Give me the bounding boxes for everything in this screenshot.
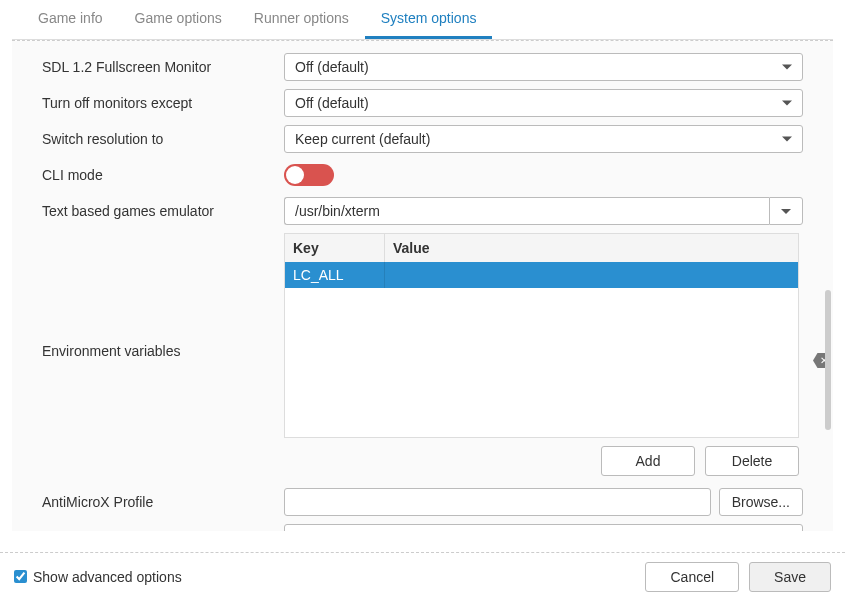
add-button[interactable]: Add [601,446,695,476]
label-env-vars: Environment variables [42,233,284,359]
tab-game-options[interactable]: Game options [119,0,238,39]
env-header-value[interactable]: Value [385,234,798,262]
switch-res-dropdown[interactable]: Keep current (default) [284,125,803,153]
cli-mode-toggle[interactable] [284,164,334,186]
env-header-key[interactable]: Key [285,234,385,262]
cancel-button[interactable]: Cancel [645,562,739,592]
sdl-monitor-dropdown[interactable]: Off (default) [284,53,803,81]
env-vars-table: Key Value LC_ALL [284,233,799,438]
chevron-down-icon [782,65,792,70]
scrollbar[interactable] [825,290,831,430]
chevron-down-icon [782,137,792,142]
text-emu-value: /usr/bin/xterm [295,203,380,219]
text-emu-input[interactable]: /usr/bin/xterm [284,197,769,225]
label-cli-mode: CLI mode [42,167,284,183]
tab-runner-options[interactable]: Runner options [238,0,365,39]
turn-off-value: Off (default) [295,95,369,111]
cmd-prefix-input[interactable] [284,524,803,531]
browse-button[interactable]: Browse... [719,488,803,516]
label-antimicrox: AntiMicroX Profile [42,494,284,510]
table-row[interactable]: LC_ALL [285,262,798,288]
show-advanced-label: Show advanced options [33,569,182,585]
env-cell-key[interactable]: LC_ALL [285,262,385,288]
chevron-down-icon [781,209,791,214]
chevron-down-icon [782,101,792,106]
sdl-monitor-value: Off (default) [295,59,369,75]
text-emu-dropdown-button[interactable] [769,197,803,225]
show-advanced-checkbox[interactable] [14,570,27,583]
label-switch-res: Switch resolution to [42,131,284,147]
env-cell-value[interactable] [385,262,798,288]
label-sdl-monitor: SDL 1.2 Fullscreen Monitor [42,59,284,75]
turn-off-dropdown[interactable]: Off (default) [284,89,803,117]
antimicrox-input[interactable] [284,488,711,516]
label-cmd-prefix: Command prefix [42,530,284,531]
toggle-knob [286,166,304,184]
label-turn-off: Turn off monitors except [42,95,284,111]
save-button[interactable]: Save [749,562,831,592]
switch-res-value: Keep current (default) [295,131,430,147]
tab-game-info[interactable]: Game info [22,0,119,39]
tab-system-options[interactable]: System options [365,0,493,39]
delete-button[interactable]: Delete [705,446,799,476]
content-panel: SDL 1.2 Fullscreen Monitor Off (default)… [12,41,833,531]
label-text-emu: Text based games emulator [42,203,284,219]
footer-bar: Show advanced options Cancel Save [0,552,845,600]
tab-bar: Game info Game options Runner options Sy… [12,0,833,40]
env-table-body[interactable]: LC_ALL [285,262,798,437]
